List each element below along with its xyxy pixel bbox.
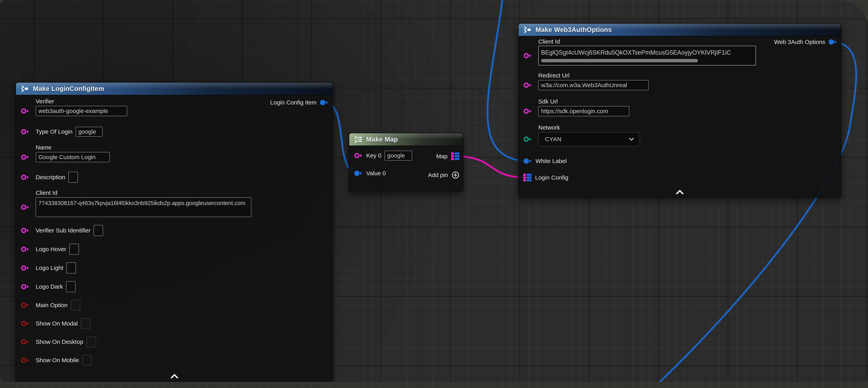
pin-row-network: CYAN xyxy=(523,132,640,146)
show-on-desktop-pin[interactable] xyxy=(21,338,30,345)
output-row-login-config-item: Login Config Item xyxy=(270,99,329,106)
pin-label-show-on-modal: Show On Modal xyxy=(36,320,78,327)
redirect-url-pin[interactable] xyxy=(523,82,532,89)
output-row-map: Map xyxy=(436,152,460,161)
pin-row-login-config: Login Config xyxy=(523,173,568,182)
white-label-pin[interactable] xyxy=(523,158,532,165)
output-row-web3auth-options: Web 3Auth Options xyxy=(774,39,837,46)
pin-row-description: Description xyxy=(21,172,78,183)
client-id-hscrollbar[interactable] xyxy=(541,59,698,62)
pin-row-client-id: 774338308167-q463s7kpvja16l4l0kko3nb925i… xyxy=(21,197,251,217)
pin-row-verifier: web3auth-google-example xyxy=(21,106,127,116)
node-make-loginconfigitem[interactable]: Make LoginConfigItem Login Config Item V… xyxy=(16,82,333,382)
node-make-web3authoptions[interactable]: Make Web3AuthOptions Web 3Auth Options C… xyxy=(518,23,841,198)
show-on-mobile-checkbox[interactable] xyxy=(82,355,92,365)
make-struct-icon xyxy=(20,84,29,93)
pin-row-sdk-url: https://sdk.openlogin.com xyxy=(523,106,629,116)
chevron-down-icon xyxy=(628,137,635,142)
main-option-checkbox[interactable] xyxy=(71,300,80,310)
graph-canvas[interactable]: Make LoginConfigItem Login Config Item V… xyxy=(0,0,868,382)
node-make-map-header[interactable]: Make Map xyxy=(349,133,463,146)
pin-label-name: Name xyxy=(36,144,52,151)
add-pin-row: Add pin xyxy=(428,171,460,179)
pin-row-main-option: Main Option xyxy=(21,300,80,310)
pin-label-verifier-sub-identifier: Verifier Sub Identifier xyxy=(36,227,90,234)
logo-dark-input[interactable] xyxy=(66,281,75,292)
description-input[interactable] xyxy=(68,172,78,183)
pin-label-logo-dark: Logo Dark xyxy=(36,283,63,290)
logo-hover-input[interactable] xyxy=(69,244,79,255)
logo-dark-pin[interactable] xyxy=(21,283,30,290)
node-make-web3authoptions-header[interactable]: Make Web3AuthOptions xyxy=(519,24,841,36)
pin-label-key0: Key 0 xyxy=(366,152,381,159)
output-label: Login Config Item xyxy=(270,99,316,106)
key0-pin[interactable] xyxy=(354,152,363,159)
show-on-modal-pin[interactable] xyxy=(21,320,30,327)
map-pin[interactable] xyxy=(451,152,460,161)
sdk-url-input[interactable]: https://sdk.openlogin.com xyxy=(538,106,629,116)
client-id-pin[interactable] xyxy=(523,52,532,59)
redirect-url-input[interactable]: w3a://com.w3a.Web3AuthUnreal xyxy=(538,80,649,90)
collapse-node-button[interactable] xyxy=(170,374,179,379)
key0-input[interactable]: google xyxy=(384,151,412,160)
client-id-input[interactable]: 774338308167-q463s7kpvja16l4l0kko3nb925i… xyxy=(36,197,251,217)
network-pin[interactable] xyxy=(523,136,532,143)
verifier-sub-identifier-input[interactable] xyxy=(94,225,103,236)
pin-label-type-of-login: Type Of Login xyxy=(36,128,72,135)
pin-label-white-label: White Label xyxy=(535,158,567,165)
value0-pin[interactable] xyxy=(354,170,363,177)
logo-light-pin[interactable] xyxy=(21,265,30,271)
pin-label-logo-hover: Logo Hover xyxy=(36,246,66,252)
pin-row-value0: Value 0 xyxy=(354,170,386,177)
client-id-input[interactable]: BEglQSgt4cUWcj6SKRdu5QkOXTsePmMcusG5EAoy… xyxy=(538,46,756,65)
node-title: Make Web3AuthOptions xyxy=(535,26,612,33)
node-title: Make LoginConfigItem xyxy=(33,85,104,92)
show-on-modal-checkbox[interactable] xyxy=(81,318,90,329)
name-input[interactable]: Google Custom Login xyxy=(36,152,110,162)
make-map-icon xyxy=(353,135,363,144)
pin-row-show-on-modal: Show On Modal xyxy=(21,318,90,329)
show-on-desktop-checkbox[interactable] xyxy=(87,336,96,347)
pin-row-name: Google Custom Login xyxy=(21,152,110,162)
output-label-map: Map xyxy=(436,153,447,160)
pin-label-show-on-desktop: Show On Desktop xyxy=(36,338,83,345)
pin-row-show-on-mobile: Show On Mobile xyxy=(21,355,92,365)
pin-label-sdk-url: Sdk Url xyxy=(538,98,558,105)
name-pin[interactable] xyxy=(21,154,30,160)
verifier-sub-identifier-pin[interactable] xyxy=(21,227,30,234)
client-id-pin[interactable] xyxy=(21,204,30,211)
pin-row-logo-hover: Logo Hover xyxy=(21,244,79,255)
pin-row-client-id: BEglQSgt4cUWcj6SKRdu5QkOXTsePmMcusG5EAoy… xyxy=(523,46,756,65)
pin-label-show-on-mobile: Show On Mobile xyxy=(36,357,79,363)
sdk-url-pin[interactable] xyxy=(523,108,532,115)
type-of-login-input[interactable]: google xyxy=(76,127,102,137)
verifier-pin[interactable] xyxy=(21,108,30,114)
main-option-pin[interactable] xyxy=(21,302,30,308)
pin-row-show-on-desktop: Show On Desktop xyxy=(21,336,96,347)
node-make-map[interactable]: Make Map Key 0 google Map Value 0 Add pi… xyxy=(349,133,463,192)
description-pin[interactable] xyxy=(21,174,30,181)
show-on-mobile-pin[interactable] xyxy=(21,357,30,363)
web3auth-options-pin[interactable] xyxy=(828,39,837,46)
pin-label-redirect-url: Redirect Url xyxy=(538,72,569,79)
pin-label-network: Network xyxy=(538,124,560,131)
type-of-login-pin[interactable] xyxy=(21,128,30,135)
pin-label-verifier: Verifier xyxy=(36,98,54,105)
pin-label-main-option: Main Option xyxy=(36,302,68,308)
pin-label-client-id: Client Id xyxy=(538,38,560,45)
login-config-pin[interactable] xyxy=(523,173,532,182)
collapse-node-button[interactable] xyxy=(675,189,684,195)
logo-light-input[interactable] xyxy=(66,262,76,273)
network-dropdown[interactable]: CYAN xyxy=(538,132,640,146)
verifier-input[interactable]: web3auth-google-example xyxy=(36,106,127,116)
pin-row-logo-dark: Logo Dark xyxy=(21,281,75,292)
login-config-item-pin[interactable] xyxy=(320,99,329,106)
pin-row-white-label: White Label xyxy=(523,158,567,165)
node-make-loginconfigitem-header[interactable]: Make LoginConfigItem xyxy=(16,83,333,95)
logo-hover-pin[interactable] xyxy=(21,246,30,252)
node-title: Make Map xyxy=(366,136,398,143)
pin-label-description: Description xyxy=(36,174,65,181)
pin-label-logo-light: Logo Light xyxy=(36,265,63,271)
wire-map-to-loginconfig[interactable] xyxy=(455,156,527,178)
add-pin-button[interactable] xyxy=(451,171,460,179)
